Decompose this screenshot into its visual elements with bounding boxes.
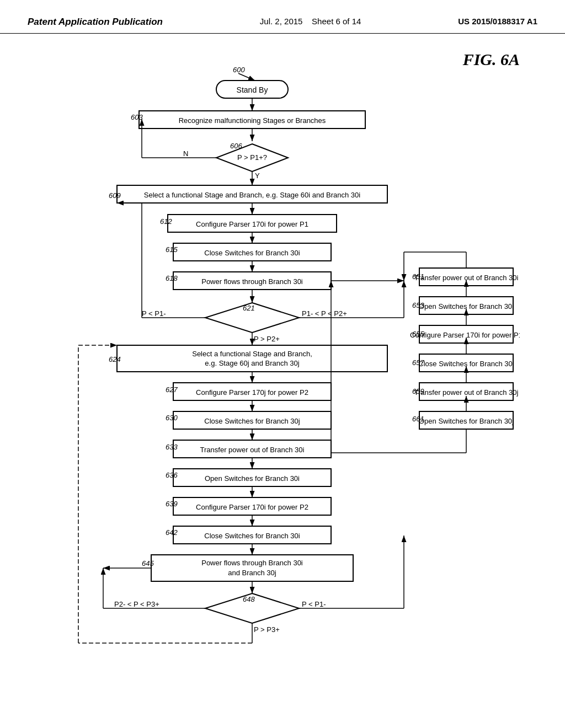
svg-text:Close Switches for Branch 30i: Close Switches for Branch 30i bbox=[418, 360, 514, 368]
svg-text:Power flows through Branch 30i: Power flows through Branch 30i bbox=[201, 277, 303, 286]
svg-text:e.g. Stage 60j and Branch 30j: e.g. Stage 60j and Branch 30j bbox=[205, 359, 299, 367]
svg-text:P > P2+: P > P2+ bbox=[254, 335, 280, 343]
svg-text:P1- < P < P2+: P1- < P < P2+ bbox=[302, 309, 347, 318]
svg-text:Configure Parser 170i for powe: Configure Parser 170i for power P1 bbox=[196, 220, 308, 228]
svg-text:Stand By: Stand By bbox=[237, 85, 268, 94]
svg-text:Close Switches for Branch 30j: Close Switches for Branch 30j bbox=[204, 417, 300, 425]
svg-text:612: 612 bbox=[160, 217, 172, 226]
svg-text:Open Switches for Branch 30j: Open Switches for Branch 30j bbox=[419, 417, 514, 425]
svg-text:627: 627 bbox=[166, 386, 178, 394]
flowchart: 600 Stand By 603 Recognize malfunctionin… bbox=[45, 45, 520, 728]
svg-text:Transfer power out of Branch 3: Transfer power out of Branch 30i bbox=[200, 446, 305, 454]
figure-area: FIG. 6A 600 Stand By bbox=[34, 45, 531, 728]
svg-text:603: 603 bbox=[131, 113, 143, 121]
publication-label: Patent Application Publication bbox=[28, 17, 163, 28]
svg-text:Open Switches for Branch 30i: Open Switches for Branch 30i bbox=[419, 302, 514, 311]
svg-text:645: 645 bbox=[142, 559, 154, 568]
svg-text:Select a functional Stage and : Select a functional Stage and Branch, bbox=[192, 350, 312, 358]
svg-text:Power flows through Branch 30i: Power flows through Branch 30i bbox=[201, 559, 303, 567]
svg-text:P < P1-: P < P1- bbox=[142, 309, 166, 318]
svg-text:and Branch 30j: and Branch 30j bbox=[228, 569, 276, 577]
flowchart-svg: 600 Stand By 603 Recognize malfunctionin… bbox=[45, 56, 520, 728]
svg-text:Configure Parser 170j for powe: Configure Parser 170j for power P2 bbox=[196, 388, 308, 397]
page: Patent Application Publication Jul. 2, 2… bbox=[0, 0, 565, 728]
svg-text:615: 615 bbox=[166, 245, 178, 254]
svg-text:Transfer power out of Branch 3: Transfer power out of Branch 30j bbox=[414, 388, 519, 397]
svg-text:Y: Y bbox=[255, 172, 260, 180]
svg-text:639: 639 bbox=[166, 500, 178, 508]
svg-text:Close Switches for Branch 30i: Close Switches for Branch 30i bbox=[204, 532, 300, 540]
date: Jul. 2, 2015 bbox=[260, 17, 303, 26]
svg-text:Open Switches for Branch 30i: Open Switches for Branch 30i bbox=[205, 474, 300, 483]
svg-text:600: 600 bbox=[233, 66, 245, 74]
svg-text:624: 624 bbox=[109, 355, 121, 363]
svg-text:Configure Parser 170i for powe: Configure Parser 170i for power P2 bbox=[196, 503, 308, 511]
sheet: Sheet 6 of 14 bbox=[312, 17, 361, 26]
page-header: Patent Application Publication Jul. 2, 2… bbox=[0, 0, 565, 34]
svg-text:P > P1+?: P > P1+? bbox=[237, 153, 267, 162]
svg-text:642: 642 bbox=[166, 528, 178, 537]
svg-text:Transfer power out of Branch 3: Transfer power out of Branch 30i bbox=[414, 274, 519, 282]
svg-text:P > P3+: P > P3+ bbox=[254, 625, 280, 634]
svg-text:609: 609 bbox=[109, 191, 121, 200]
svg-text:P < P1-: P < P1- bbox=[302, 600, 326, 608]
svg-text:618: 618 bbox=[166, 274, 178, 282]
date-sheet: Jul. 2, 2015 Sheet 6 of 14 bbox=[260, 17, 361, 26]
svg-text:N: N bbox=[183, 149, 188, 158]
svg-text:Select a functional Stage and : Select a functional Stage and Branch, e.… bbox=[144, 191, 361, 199]
svg-text:630: 630 bbox=[166, 414, 178, 422]
svg-text:633: 633 bbox=[166, 443, 178, 451]
svg-line-2 bbox=[238, 73, 255, 81]
patent-number: US 2015/0188317 A1 bbox=[458, 17, 537, 26]
svg-text:P2- < P < P3+: P2- < P < P3+ bbox=[114, 600, 159, 608]
svg-text:Configure Parser 170i for powe: Configure Parser 170i for power P1 bbox=[410, 331, 520, 339]
svg-text:636: 636 bbox=[166, 471, 178, 479]
svg-text:Close Switches for Branch 30i: Close Switches for Branch 30i bbox=[204, 249, 300, 257]
svg-text:Recognize malfunctioning Stage: Recognize malfunctioning Stages or Branc… bbox=[179, 116, 326, 125]
